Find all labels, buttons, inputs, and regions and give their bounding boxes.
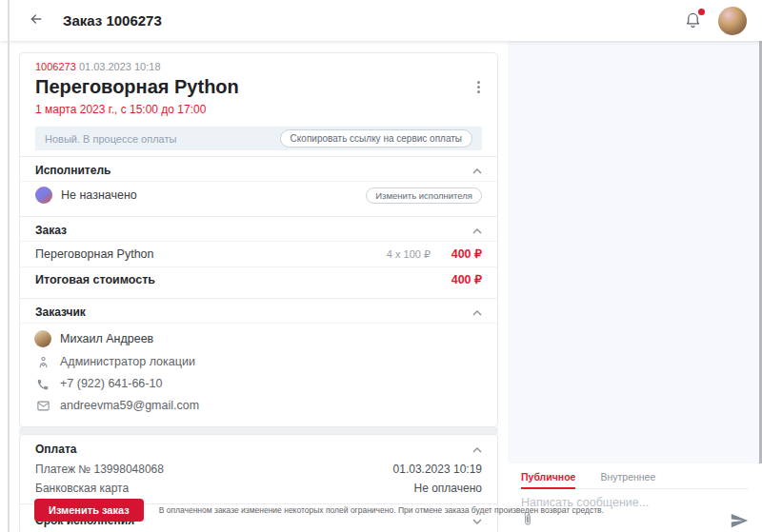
payment-row: Платеж № 13998048068 01.03.2023 10:19 (20, 460, 497, 479)
order-meta: 1006273 01.03.2023 10:18 (20, 53, 497, 73)
card-separator (19, 427, 498, 434)
paper-plane-icon (731, 513, 749, 532)
order-card: 1006273 01.03.2023 10:18 Переговорная Py… (19, 52, 498, 427)
tab-internal[interactable]: Внутреннее (600, 471, 655, 488)
executor-row: Не назначено Изменить исполнителя (20, 181, 497, 210)
status-badge: Новый. В процессе оплаты (45, 133, 176, 145)
section-header-order[interactable]: Заказ (20, 216, 497, 241)
customer-role-row: Администратор локации (20, 351, 497, 373)
copy-payment-link-button[interactable]: Скопировать ссылку на сервис оплаты (280, 129, 472, 148)
customer-name: Михаил Андреев (60, 332, 153, 346)
total-label: Итоговая стоимость (35, 272, 155, 287)
customer-email-row[interactable]: andreevma59@gmail.com (20, 395, 497, 417)
section-header-executor[interactable]: Исполнитель (20, 156, 497, 181)
edit-order-note: В оплаченном заказе изменение некоторых … (159, 505, 604, 515)
chat-tabs: Публичное Внутреннее (521, 463, 749, 489)
payment-label: Платеж № 13998048068 (35, 463, 164, 476)
back-button[interactable] (29, 11, 44, 30)
send-message-button[interactable] (731, 513, 749, 532)
section-title: Исполнитель (35, 164, 110, 177)
topbar: Заказ 1006273 (0, 0, 762, 41)
order-number-link[interactable]: 1006273 (35, 61, 76, 72)
kebab-menu-button[interactable] (471, 75, 486, 99)
order-title: Переговорная Python (35, 75, 239, 98)
phone-icon (35, 378, 50, 391)
order-schedule: 1 марта 2023 г., с 15:00 до 17:00 (20, 99, 497, 117)
executor-value: Не назначено (61, 188, 137, 202)
total-price: 400 ₽ (431, 272, 482, 287)
notifications-button[interactable] (684, 11, 703, 30)
order-actions: Изменить заказ В оплаченном заказе измен… (34, 499, 604, 522)
payment-value: 01.03.2023 10:19 (393, 463, 482, 476)
customer-email: andreevma59@gmail.com (60, 399, 199, 413)
chevron-up-icon (472, 443, 482, 456)
customer-phone-row[interactable]: +7 (922) 641-66-10 (20, 373, 497, 395)
user-avatar[interactable] (718, 7, 747, 35)
tab-public[interactable]: Публичное (521, 471, 575, 489)
order-item-row: Переговорная Python 4 x 100 ₽ 400 ₽ (20, 241, 497, 266)
customer-role: Администратор локации (60, 355, 195, 369)
chat-panel: Публичное Внутреннее (508, 41, 762, 532)
payment-value: Не оплачено (414, 482, 482, 495)
section-title: Заказ (35, 224, 67, 237)
order-total-row: Итоговая стоимость 400 ₽ (20, 266, 497, 292)
page-title: Заказ 1006273 (63, 12, 162, 29)
executor-avatar (35, 187, 52, 204)
section-title: Оплата (35, 443, 76, 456)
notification-badge (698, 9, 705, 15)
section-header-payment[interactable]: Оплата (20, 435, 497, 460)
order-panel: 1006273 01.03.2023 10:18 Переговорная Py… (19, 52, 498, 532)
chevron-up-icon (472, 224, 482, 237)
chevron-up-icon (472, 164, 482, 177)
change-executor-button[interactable]: Изменить исполнителя (366, 187, 482, 204)
status-bar: Новый. В процессе оплаты Скопировать ссы… (35, 127, 482, 150)
payment-label: Банковская карта (35, 482, 129, 495)
edit-order-button[interactable]: Изменить заказ (34, 499, 144, 522)
customer-avatar (34, 330, 51, 347)
person-pin-icon (35, 355, 50, 369)
envelope-icon (35, 399, 50, 413)
item-price: 400 ₽ (431, 246, 482, 262)
section-header-customer[interactable]: Заказчик (20, 298, 497, 323)
customer-name-row[interactable]: Михаил Андреев (20, 324, 497, 351)
section-title: Заказчик (35, 305, 86, 319)
customer-phone: +7 (922) 641-66-10 (60, 377, 162, 391)
chevron-up-icon (472, 305, 482, 319)
window-left-edge (8, 0, 10, 532)
item-name: Переговорная Python (35, 246, 154, 262)
customer-block: Михаил Андреев Администратор локации +7 … (20, 323, 497, 426)
chat-compose: Публичное Внутреннее (508, 463, 762, 532)
order-created-at: 01.03.2023 10:18 (79, 61, 161, 72)
arrow-left-icon (29, 11, 44, 30)
item-qty: 4 x 100 ₽ (387, 246, 431, 262)
